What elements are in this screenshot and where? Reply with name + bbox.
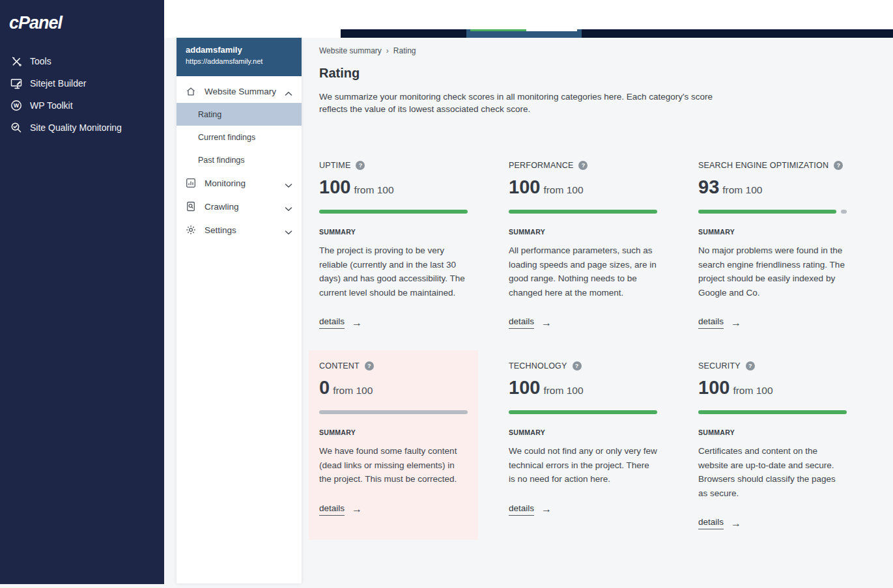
menu-item-monitoring[interactable]: Monitoring: [177, 171, 302, 195]
menu-item-label: Current findings: [198, 133, 255, 142]
progress-remainder: [841, 210, 847, 214]
score-card-performance: PERFORMANCE ? 100from 100 SUMMARY All pe…: [498, 150, 668, 339]
progress-fill: [319, 210, 468, 214]
active-tab[interactable]: [466, 29, 582, 38]
summary-text: No major problems were found in the sear…: [698, 244, 847, 300]
page-head: Website summary › Rating Rating We summa…: [319, 46, 893, 115]
score-progress-bar: [319, 410, 468, 414]
score-row: 100from 100: [698, 378, 847, 400]
score-progress-bar: [319, 210, 468, 214]
score-progress-bar: [698, 210, 847, 214]
category-label: UPTIME: [319, 161, 350, 170]
score-value: 93: [698, 176, 719, 197]
monitoring-icon: [186, 178, 196, 188]
help-icon[interactable]: ?: [746, 361, 755, 371]
details-row: details →: [698, 517, 847, 529]
crawling-icon: [186, 201, 196, 212]
arrow-right-icon[interactable]: →: [352, 318, 362, 328]
menu-item-current-findings[interactable]: Current findings: [177, 126, 302, 148]
menu-item-label: Website Summary: [205, 87, 285, 96]
settings-icon: [186, 225, 196, 235]
active-tab-accent: [470, 29, 526, 31]
chevron-down-icon: [285, 227, 292, 232]
sidebar-item-label: Sitejet Builder: [30, 78, 86, 89]
score-value: 100: [509, 176, 540, 197]
sidebar-item-label: Site Quality Monitoring: [30, 122, 122, 133]
score-progress-bar: [698, 410, 847, 414]
arrow-right-icon[interactable]: →: [352, 504, 362, 514]
help-icon[interactable]: ?: [356, 161, 365, 170]
home-icon: [186, 86, 196, 96]
details-link[interactable]: details: [698, 517, 724, 529]
card-header: PERFORMANCE ?: [509, 160, 657, 171]
score-card-uptime: UPTIME ? 100from 100 SUMMARY The project…: [309, 150, 478, 339]
details-row: details →: [509, 503, 657, 516]
category-label: PERFORMANCE: [509, 161, 573, 170]
arrow-right-icon[interactable]: →: [731, 518, 741, 529]
menu-item-website-summary[interactable]: Website Summary: [177, 79, 302, 103]
wp-toolkit-icon: W: [10, 100, 22, 111]
svg-text:W: W: [14, 102, 20, 109]
site-quality-monitoring-icon: [10, 122, 22, 133]
score-row: 0from 100: [319, 378, 468, 400]
menu-item-label: Past findings: [198, 156, 245, 165]
category-label: TECHNOLOGY: [509, 361, 567, 371]
category-label: SECURITY: [698, 361, 741, 371]
help-icon[interactable]: ?: [578, 161, 588, 170]
score-card-security: SECURITY ? 100from 100 SUMMARY Certifica…: [688, 350, 857, 540]
menu-item-crawling[interactable]: Crawling: [177, 195, 302, 218]
score-card-technology: TECHNOLOGY ? 100from 100 SUMMARY We coul…: [498, 350, 668, 540]
menu-item-rating[interactable]: Rating: [177, 103, 302, 126]
help-icon[interactable]: ?: [573, 361, 582, 371]
app-tab-strip: [341, 29, 893, 38]
score-card-content: CONTENT ? 0from 100 SUMMARY We have foun…: [309, 350, 478, 540]
sidebar-item-site-quality-monitoring[interactable]: Site Quality Monitoring: [0, 117, 164, 139]
details-link[interactable]: details: [509, 316, 534, 329]
chevron-up-icon: [285, 89, 292, 94]
sidebar-item-wp-toolkit[interactable]: WWP Toolkit: [0, 94, 164, 117]
progress-remainder: [319, 410, 468, 414]
cpanel-logo: cPanel: [9, 13, 164, 33]
score-max: from 100: [543, 385, 583, 396]
summary-text: Certificates and content on the website …: [698, 444, 847, 500]
help-icon[interactable]: ?: [834, 161, 843, 170]
menu-item-past-findings[interactable]: Past findings: [177, 148, 302, 171]
arrow-right-icon[interactable]: →: [731, 318, 741, 328]
page-intro: We summarize your monitoring check score…: [319, 91, 718, 115]
details-row: details →: [698, 316, 847, 329]
details-link[interactable]: details: [319, 503, 345, 516]
summary-heading: SUMMARY: [698, 428, 847, 436]
menu-item-label: Monitoring: [205, 178, 285, 188]
sidebar-item-label: WP Toolkit: [30, 100, 73, 111]
score-max: from 100: [543, 184, 583, 195]
primary-nav: ToolsSitejet BuilderWWP ToolkitSite Qual…: [0, 50, 164, 139]
details-link[interactable]: details: [698, 316, 724, 329]
progress-fill: [698, 210, 836, 214]
details-link[interactable]: details: [319, 316, 345, 329]
score-cards-grid: UPTIME ? 100from 100 SUMMARY The project…: [309, 150, 893, 540]
primary-sidebar: cPanel ToolsSitejet BuilderWWP ToolkitSi…: [0, 0, 164, 584]
details-row: details →: [319, 503, 468, 516]
menu-item-label: Settings: [205, 225, 285, 235]
card-header: CONTENT ?: [319, 361, 468, 371]
sidebar-item-tools[interactable]: Tools: [0, 50, 164, 72]
summary-text: We could not find any or only very few t…: [509, 444, 657, 486]
score-max: from 100: [333, 385, 373, 396]
details-link[interactable]: details: [509, 503, 534, 516]
breadcrumb-website-summary[interactable]: Website summary: [319, 46, 382, 55]
menu-item-settings[interactable]: Settings: [177, 218, 302, 242]
score-max: from 100: [354, 184, 393, 195]
progress-fill: [509, 210, 657, 214]
card-header: SECURITY ?: [698, 361, 847, 371]
page-title: Rating: [319, 66, 893, 81]
site-name: addamsfamily: [186, 45, 292, 55]
tools-icon: [10, 55, 22, 67]
arrow-right-icon[interactable]: →: [541, 318, 552, 328]
help-icon[interactable]: ?: [365, 361, 374, 371]
sidebar-item-sitejet-builder[interactable]: Sitejet Builder: [0, 72, 164, 94]
details-row: details →: [319, 316, 468, 329]
arrow-right-icon[interactable]: →: [541, 504, 552, 514]
score-value: 100: [319, 176, 350, 197]
score-max: from 100: [733, 385, 773, 396]
summary-heading: SUMMARY: [319, 428, 468, 436]
